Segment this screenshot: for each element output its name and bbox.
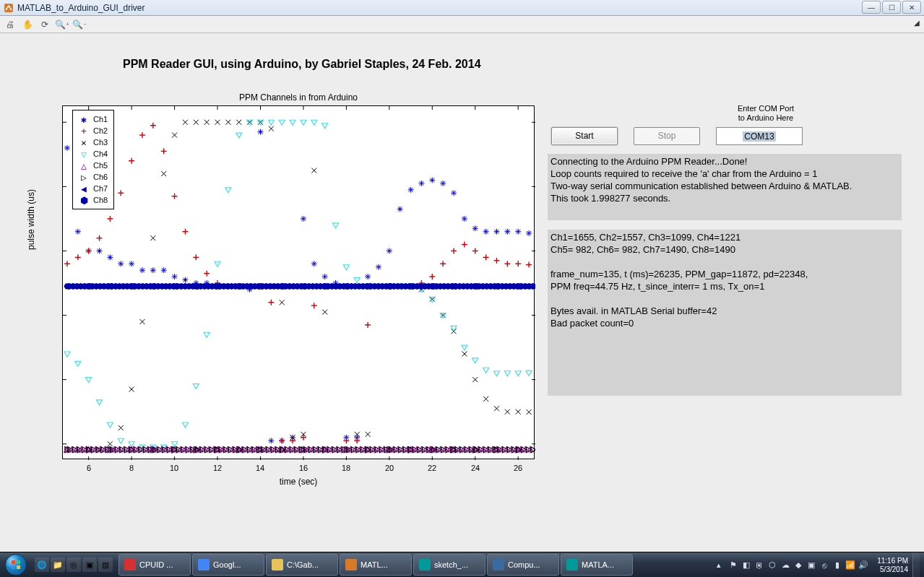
tray-icon[interactable]: ◧	[741, 560, 751, 571]
zoom-in-icon[interactable]: 🔍+	[56, 19, 68, 30]
svg-marker-760	[530, 284, 535, 289]
pan-icon[interactable]: ✋	[22, 19, 33, 30]
com-port-input[interactable]: COM13	[716, 127, 803, 145]
svg-rect-959	[12, 560, 15, 564]
svg-marker-398	[182, 422, 188, 428]
legend-item: ▽Ch4	[79, 148, 108, 160]
tray-icon[interactable]: ▣	[806, 560, 816, 571]
show-desktop-button[interactable]	[912, 552, 920, 577]
close-button[interactable]: ✕	[902, 1, 921, 14]
tray-icon[interactable]: ⛨	[754, 560, 764, 571]
tray-icon[interactable]: ⎋	[819, 560, 829, 571]
tray-icon[interactable]: ⚑	[728, 560, 738, 571]
svg-marker-426	[483, 368, 489, 373]
start-button-orb[interactable]	[0, 552, 32, 578]
svg-marker-425	[472, 358, 478, 363]
pinned-app-icon[interactable]: ▥	[98, 558, 113, 572]
xtick: 20	[379, 464, 400, 472]
xtick: 24	[465, 464, 486, 472]
taskbar-item[interactable]: MATL...	[340, 554, 412, 576]
rotate-icon[interactable]: ⟳	[39, 19, 51, 30]
task-items: CPUID ...Googl...C:\Gab...MATL...sketch_…	[118, 554, 633, 576]
svg-marker-403	[236, 133, 242, 138]
svg-marker-430	[526, 370, 532, 376]
maximize-button[interactable]: ☐	[882, 1, 901, 14]
svg-marker-428	[504, 371, 510, 376]
figure-area: PPM Reader GUI, using Arduino, by Gabrie…	[0, 33, 924, 552]
pinned-media-icon[interactable]: ▣	[82, 558, 97, 572]
print-icon[interactable]: 🖨	[4, 19, 16, 30]
xtick: 14	[249, 464, 271, 472]
svg-marker-413	[343, 265, 349, 270]
svg-marker-392	[118, 438, 124, 443]
pinned-icons: 🌐 📁 ◎ ▣ ▥	[35, 558, 113, 572]
app-icon	[3, 2, 14, 14]
svg-marker-423	[451, 326, 457, 331]
x-axis-label: time (sec)	[62, 477, 535, 487]
svg-marker-399	[193, 384, 199, 389]
channel-status-panel: Ch1=1655, Ch2=1557, Ch3=1099, Ch4=1221Ch…	[548, 230, 902, 396]
svg-rect-968	[493, 559, 504, 571]
tray-volume-icon[interactable]: 🔊	[858, 560, 868, 571]
tray-icon[interactable]: ⬡	[767, 560, 777, 571]
tray-network-icon[interactable]: 📶	[845, 560, 855, 571]
windows-logo-icon	[5, 554, 27, 576]
xtick: 8	[121, 464, 142, 472]
xtick: 18	[335, 464, 357, 472]
svg-marker-414	[354, 278, 360, 283]
legend-item: ⬢Ch8	[79, 194, 108, 206]
svg-marker-410	[311, 120, 317, 125]
svg-rect-964	[198, 559, 210, 571]
toolbar-menu-icon[interactable]: ◢	[914, 19, 920, 27]
svg-marker-407	[279, 120, 285, 125]
zoom-out-icon[interactable]: 🔍−	[74, 19, 85, 30]
tray-up-icon[interactable]: ▴	[714, 560, 724, 571]
xtick: 26	[507, 464, 529, 472]
taskbar-item[interactable]: C:\Gab...	[266, 554, 338, 576]
svg-rect-969	[566, 559, 578, 571]
xtick: 12	[207, 464, 228, 472]
taskbar-item[interactable]: MATLA...	[561, 554, 633, 576]
tray-icon[interactable]: ◆	[793, 560, 803, 571]
xtick: 22	[421, 464, 443, 472]
tray-battery-icon[interactable]: ▮	[832, 560, 842, 571]
clock[interactable]: 11:16 PM 5/3/2014	[877, 557, 908, 574]
minimize-button[interactable]: —	[862, 1, 881, 14]
svg-marker-402	[225, 188, 231, 193]
pinned-ie-icon[interactable]: 🌐	[35, 558, 49, 572]
xtick: 6	[78, 464, 100, 472]
svg-marker-387	[64, 352, 70, 357]
pinned-folder-icon[interactable]: 📁	[51, 558, 65, 572]
svg-marker-406	[268, 120, 274, 125]
svg-marker-401	[215, 261, 220, 266]
taskbar-item[interactable]: CPUID ...	[118, 554, 191, 576]
svg-marker-429	[515, 371, 521, 376]
com-port-label: Enter COM Portto Arduino Here	[722, 104, 809, 123]
svg-marker-391	[107, 422, 113, 428]
taskbar-item[interactable]: Googl...	[192, 554, 264, 576]
svg-marker-411	[322, 123, 328, 129]
stop-button[interactable]: Stop	[634, 127, 700, 145]
chart-axes	[62, 105, 535, 459]
taskbar-item[interactable]: sketch_...	[413, 554, 485, 576]
svg-marker-409	[301, 120, 306, 125]
svg-rect-963	[124, 559, 136, 571]
legend-item: +Ch2	[79, 125, 108, 136]
legend-item: ×Ch3	[79, 136, 108, 148]
chart-subtitle: PPM Channels in from Arduino	[62, 92, 535, 103]
svg-marker-388	[75, 361, 81, 366]
xtick: 16	[293, 464, 314, 472]
svg-marker-390	[97, 400, 103, 405]
connection-status-panel: Connecting to the Arduino PPM Reader...D…	[548, 154, 902, 220]
xtick: 10	[163, 464, 185, 472]
legend-item: ◀Ch7	[79, 183, 108, 194]
chart-plot	[63, 106, 535, 460]
start-button[interactable]: Start	[551, 127, 618, 145]
tray-icon[interactable]: ☁	[780, 560, 790, 571]
pinned-chrome-icon[interactable]: ◎	[66, 558, 81, 572]
legend-item: △Ch5	[79, 160, 108, 171]
main-title: PPM Reader GUI, using Arduino, by Gabrie…	[123, 58, 481, 71]
svg-marker-400	[204, 332, 210, 337]
taskbar-item[interactable]: Compu...	[487, 554, 559, 576]
svg-rect-965	[272, 559, 283, 571]
